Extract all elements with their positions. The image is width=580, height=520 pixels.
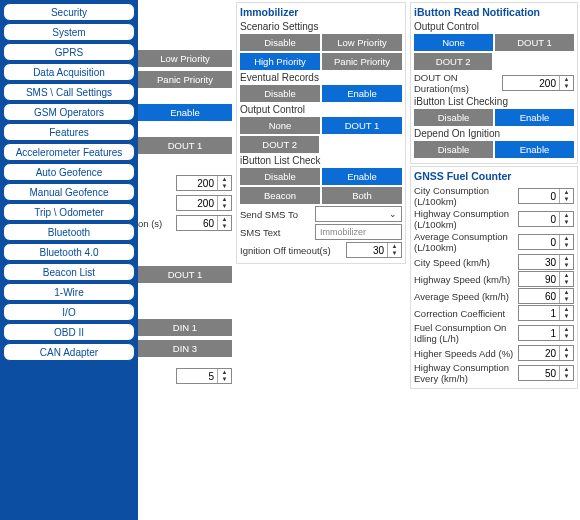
- gnss-input-1[interactable]: ▲▼: [518, 211, 574, 227]
- gnss-label-3: City Speed (km/h): [414, 257, 515, 268]
- sidebar-item-1wire[interactable]: 1-Wire: [3, 283, 135, 301]
- spin-3[interactable]: ▲▼: [176, 215, 232, 231]
- din1-button[interactable]: DIN 1: [138, 319, 232, 336]
- dout-duration-label: DOUT ON Duration(ms): [414, 72, 499, 94]
- sidebar-item-features[interactable]: Features: [3, 123, 135, 141]
- send-sms-to-select[interactable]: ⌄: [315, 206, 402, 222]
- ib-depend-label: Depend On Ignition: [414, 128, 574, 139]
- output-dout2[interactable]: DOUT 2: [240, 136, 319, 153]
- dout1-button-b[interactable]: DOUT 1: [138, 266, 232, 283]
- gnss-title: GNSS Fuel Counter: [414, 170, 574, 182]
- dout1-button-a[interactable]: DOUT 1: [138, 137, 232, 154]
- sidebar-item-trip-odometer[interactable]: Trip \ Odometer: [3, 203, 135, 221]
- gnss-label-9: Highway Consumption Every (km/h): [414, 362, 515, 384]
- gnss-label-5: Average Speed (km/h): [414, 291, 515, 302]
- scenario-settings-label: Scenario Settings: [240, 21, 402, 32]
- ib-listchk-label: iButton List Checking: [414, 96, 574, 107]
- ib-output-label: Output Control: [414, 21, 574, 32]
- ign-off-label: Ignition Off timeout(s): [240, 245, 343, 256]
- ib-depend-disable[interactable]: Disable: [414, 141, 493, 158]
- ibutton-list-check-label: iButton List Check: [240, 155, 402, 166]
- panic-priority-button[interactable]: Panic Priority: [138, 71, 232, 88]
- spin-1[interactable]: ▲▼: [176, 175, 232, 191]
- scenario-disable[interactable]: Disable: [240, 34, 320, 51]
- ibutton-panel: iButton Read Notification Output Control…: [410, 2, 578, 164]
- iblist-beacon[interactable]: Beacon: [240, 187, 320, 204]
- gnss-input-5[interactable]: ▲▼: [518, 288, 574, 304]
- spin-five[interactable]: ▲▼: [176, 368, 232, 384]
- sidebar-item-manual-geofence[interactable]: Manual Geofence: [3, 183, 135, 201]
- gnss-label-8: Higher Speeds Add (%): [414, 348, 515, 359]
- din3-button[interactable]: DIN 3: [138, 340, 232, 357]
- output-control-label: Output Control: [240, 104, 402, 115]
- gnss-label-1: Highway Consumption (L/100km): [414, 208, 515, 230]
- ib-dout2[interactable]: DOUT 2: [414, 53, 492, 70]
- iblist-both[interactable]: Both: [322, 187, 402, 204]
- chevron-down-icon: ⌄: [389, 209, 397, 219]
- output-dout1[interactable]: DOUT 1: [322, 117, 402, 134]
- sidebar-item-can-adapter[interactable]: CAN Adapter: [3, 343, 135, 361]
- sidebar-item-security[interactable]: Security: [3, 3, 135, 21]
- ib-dout1[interactable]: DOUT 1: [495, 34, 574, 51]
- dout-duration-input[interactable]: ▲▼: [502, 75, 574, 91]
- send-sms-to-label: Send SMS To: [240, 209, 312, 220]
- gnss-input-8[interactable]: ▲▼: [518, 345, 574, 361]
- ib-listchk-enable[interactable]: Enable: [495, 109, 574, 126]
- ib-depend-enable[interactable]: Enable: [495, 141, 574, 158]
- gnss-input-3[interactable]: ▲▼: [518, 254, 574, 270]
- scenario-panic[interactable]: Panic Priority: [322, 53, 402, 70]
- gnss-input-0[interactable]: ▲▼: [518, 188, 574, 204]
- ibutton-title: iButton Read Notification: [414, 6, 574, 18]
- ign-off-input[interactable]: ▲▼: [346, 242, 402, 258]
- sidebar-item-system[interactable]: System: [3, 23, 135, 41]
- low-priority-button[interactable]: Low Priority: [138, 50, 232, 67]
- gnss-input-4[interactable]: ▲▼: [518, 271, 574, 287]
- sms-text-label: SMS Text: [240, 227, 312, 238]
- spin-3-label: on (s): [138, 218, 173, 229]
- output-none[interactable]: None: [240, 117, 320, 134]
- gnss-input-6[interactable]: ▲▼: [518, 305, 574, 321]
- gnss-label-2: Average Consumption (L/100km): [414, 231, 515, 253]
- gnss-label-4: Highway Speed (km/h): [414, 274, 515, 285]
- sidebar-item-bluetooth-4[interactable]: Bluetooth 4.0: [3, 243, 135, 261]
- sidebar-item-bluetooth[interactable]: Bluetooth: [3, 223, 135, 241]
- enable-button[interactable]: Enable: [138, 104, 232, 121]
- eventual-disable[interactable]: Disable: [240, 85, 320, 102]
- ib-listchk-disable[interactable]: Disable: [414, 109, 493, 126]
- gnss-label-7: Fuel Consumption On Idling (L/h): [414, 322, 515, 344]
- scenario-high[interactable]: High Priority: [240, 53, 320, 70]
- sms-text-input[interactable]: Immobilizer: [315, 224, 402, 240]
- gnss-input-2[interactable]: ▲▼: [518, 234, 574, 250]
- immobilizer-title: Immobilizer: [240, 6, 402, 18]
- eventual-records-label: Eventual Records: [240, 72, 402, 83]
- sidebar-item-gsm-operators[interactable]: GSM Operators: [3, 103, 135, 121]
- col-left-partial: Low Priority Panic Priority Enable DOUT …: [138, 2, 232, 518]
- spin-2[interactable]: ▲▼: [176, 195, 232, 211]
- sidebar-item-auto-geofence[interactable]: Auto Geofence: [3, 163, 135, 181]
- sidebar-item-obd2[interactable]: OBD II: [3, 323, 135, 341]
- gnss-label-6: Correction Coefficient: [414, 308, 515, 319]
- immobilizer-panel: Immobilizer Scenario Settings Disable Lo…: [236, 2, 406, 264]
- gnss-label-0: City Consumption (L/100km): [414, 185, 515, 207]
- sidebar-item-gprs[interactable]: GPRS: [3, 43, 135, 61]
- gnss-input-9[interactable]: ▲▼: [518, 365, 574, 381]
- sidebar-item-accelerometer[interactable]: Accelerometer Features: [3, 143, 135, 161]
- sidebar-item-sms-call[interactable]: SMS \ Call Settings: [3, 83, 135, 101]
- iblist-enable[interactable]: Enable: [322, 168, 402, 185]
- sidebar-item-data-acquisition[interactable]: Data Acquisition: [3, 63, 135, 81]
- sidebar-item-io[interactable]: I/O: [3, 303, 135, 321]
- gnss-panel: GNSS Fuel Counter City Consumption (L/10…: [410, 166, 578, 389]
- scenario-low[interactable]: Low Priority: [322, 34, 402, 51]
- sidebar: Security System GPRS Data Acquisition SM…: [0, 0, 138, 520]
- sidebar-item-beacon-list[interactable]: Beacon List: [3, 263, 135, 281]
- gnss-input-7[interactable]: ▲▼: [518, 325, 574, 341]
- iblist-disable[interactable]: Disable: [240, 168, 320, 185]
- main-area: Low Priority Panic Priority Enable DOUT …: [138, 0, 580, 520]
- ib-none[interactable]: None: [414, 34, 493, 51]
- eventual-enable[interactable]: Enable: [322, 85, 402, 102]
